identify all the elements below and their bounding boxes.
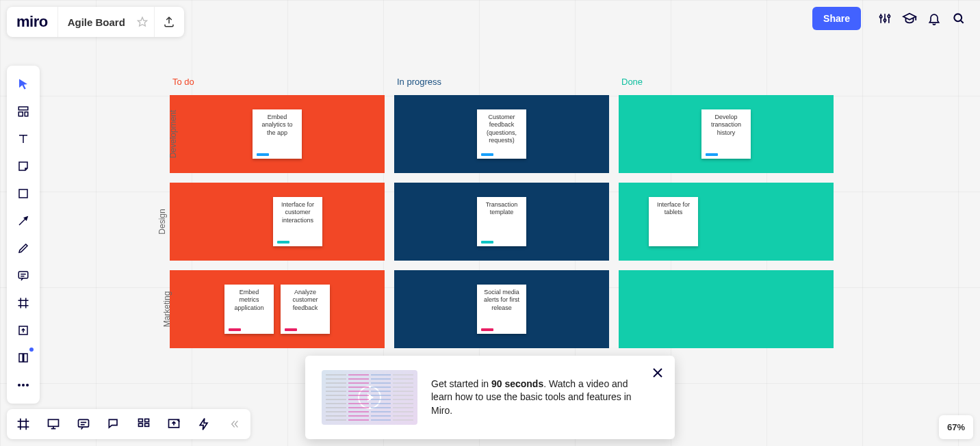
svg-rect-23 — [19, 354, 23, 362]
svg-point-6 — [888, 15, 890, 17]
templates-tool[interactable] — [10, 99, 36, 124]
close-icon[interactable] — [650, 365, 665, 380]
notifications-icon[interactable] — [927, 11, 942, 26]
svg-rect-11 — [25, 112, 28, 116]
svg-point-26 — [22, 384, 25, 386]
svg-point-25 — [18, 384, 21, 386]
shape-tool[interactable] — [10, 181, 36, 207]
card[interactable]: Embed analytics to the app — [253, 109, 302, 159]
share-button[interactable]: Share — [812, 7, 861, 30]
card[interactable]: Develop transaction history — [701, 109, 751, 159]
row-label-marketing: Marketing — [162, 291, 172, 328]
svg-rect-33 — [79, 419, 89, 427]
svg-point-4 — [884, 19, 886, 21]
card[interactable]: Transaction template — [477, 197, 526, 246]
search-icon[interactable] — [951, 11, 966, 26]
cell-marketing-done[interactable] — [619, 270, 834, 348]
tutorial-popup: Get started in 90 seconds. Watch a video… — [305, 356, 675, 439]
upload-tool[interactable] — [10, 317, 36, 343]
svg-rect-24 — [24, 354, 27, 362]
tutorial-video-thumb[interactable] — [322, 370, 417, 425]
column-header-todo: To do — [170, 77, 385, 87]
star-icon[interactable] — [131, 7, 154, 37]
cell-dev-done[interactable]: Develop transaction history — [619, 95, 834, 173]
column-header-done: Done — [619, 77, 834, 87]
cell-marketing-todo[interactable]: Embed metrics application Analyze custom… — [170, 270, 385, 348]
svg-point-2 — [880, 16, 882, 18]
svg-rect-12 — [19, 189, 27, 198]
sticky-note-tool[interactable] — [10, 153, 36, 179]
svg-rect-10 — [18, 112, 23, 116]
column-header-inprogress: In progress — [394, 77, 609, 87]
svg-rect-38 — [139, 423, 143, 426]
svg-rect-36 — [139, 419, 143, 422]
cell-design-todo[interactable]: Interface for customer interactions — [170, 183, 385, 261]
row-label-development: Development — [168, 110, 178, 159]
settings-icon[interactable] — [877, 11, 892, 26]
zoom-level[interactable]: 67% — [939, 415, 973, 439]
svg-point-7 — [954, 14, 962, 21]
apps-tool[interactable] — [10, 345, 36, 371]
svg-rect-32 — [49, 419, 59, 426]
cell-dev-inprogress[interactable]: Customer feedback (questions, requests) — [394, 95, 609, 173]
learn-icon[interactable] — [902, 11, 917, 26]
card[interactable]: Social media alerts for first release — [477, 285, 526, 334]
select-tool[interactable] — [10, 71, 36, 97]
svg-point-27 — [26, 384, 29, 386]
cell-marketing-inprogress[interactable]: Social media alerts for first release — [394, 270, 609, 348]
board-title[interactable]: Agile Board — [58, 16, 131, 28]
cell-dev-todo[interactable]: Embed analytics to the app — [170, 95, 385, 173]
bottom-toolbar — [7, 409, 250, 439]
screen-share-icon[interactable] — [163, 413, 185, 435]
frame-tool[interactable] — [10, 290, 36, 316]
svg-rect-15 — [18, 272, 28, 278]
svg-rect-9 — [18, 107, 28, 110]
board-header: miro Agile Board — [7, 7, 184, 37]
activity-icon[interactable] — [193, 413, 215, 435]
card-view-icon[interactable] — [133, 413, 155, 435]
chat-icon[interactable] — [103, 413, 125, 435]
arrow-tool[interactable] — [10, 208, 36, 234]
left-toolbar — [7, 66, 40, 404]
svg-marker-0 — [138, 17, 146, 26]
tutorial-text: Get started in 90 seconds. Watch a video… — [431, 378, 641, 418]
top-right-controls: Share — [812, 7, 973, 30]
miro-logo[interactable]: miro — [7, 7, 58, 37]
card[interactable]: Analyze customer feedback — [281, 285, 330, 334]
collapse-icon[interactable] — [223, 413, 245, 435]
comments-panel-icon[interactable] — [73, 413, 94, 435]
card[interactable]: Interface for customer interactions — [273, 197, 322, 246]
more-tool[interactable] — [10, 372, 36, 398]
card[interactable]: Customer feedback (questions, requests) — [477, 109, 526, 159]
comment-tool[interactable] — [10, 263, 36, 289]
card[interactable]: Embed metrics application — [224, 285, 274, 334]
svg-line-8 — [961, 21, 964, 23]
card[interactable]: Interface for tablets — [649, 197, 698, 246]
text-tool[interactable] — [10, 126, 36, 152]
frames-panel-icon[interactable] — [12, 413, 34, 435]
svg-rect-39 — [145, 423, 149, 426]
cell-design-done[interactable]: Interface for tablets — [619, 183, 834, 261]
pen-tool[interactable] — [10, 235, 36, 261]
presentation-icon[interactable] — [42, 413, 64, 435]
cell-design-inprogress[interactable]: Transaction template — [394, 183, 609, 261]
svg-rect-37 — [145, 419, 149, 422]
export-icon[interactable] — [154, 7, 184, 37]
row-label-design: Design — [157, 209, 167, 234]
kanban-board[interactable]: To do In progress Done Development Embed… — [170, 77, 834, 358]
